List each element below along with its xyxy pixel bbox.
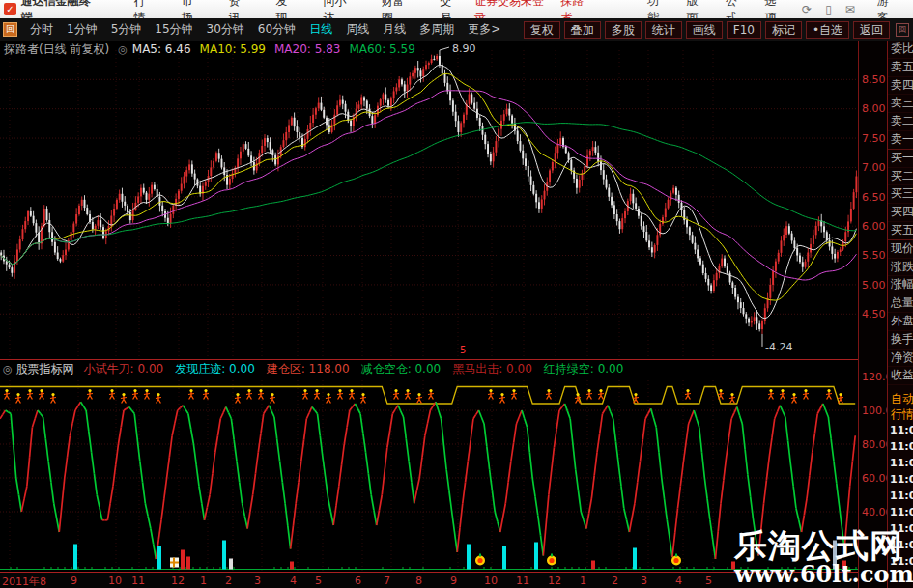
person-icon — [337, 389, 343, 400]
person-icon — [838, 393, 843, 404]
quote-panel[interactable]: 委比卖五卖四卖三卖二卖一买一买二买三买四买五现价涨跌涨幅总量外盘换手净资收益 自… — [887, 41, 913, 588]
tool-button-6[interactable]: 标记 — [765, 21, 802, 39]
period-item-60分钟[interactable]: 60分钟 — [258, 21, 296, 38]
quote-label-3[interactable]: 卖三 — [888, 95, 913, 113]
period-item-月线[interactable]: 月线 — [383, 21, 406, 38]
candlestick-chart[interactable]: 8.90-4.245 — [0, 41, 858, 359]
chart-title[interactable]: 探路者(日线 前复权) — [4, 42, 109, 58]
quote-label-11[interactable]: 现价 — [888, 240, 913, 259]
quote-label-4[interactable]: 卖二 — [888, 113, 913, 131]
chevron-down-icon[interactable]: ◎ — [118, 43, 128, 56]
person-icon — [575, 393, 581, 404]
tool-button-3[interactable]: 统计 — [645, 21, 682, 39]
mini-window-icon[interactable]: 回 — [896, 23, 909, 37]
quote-label-14[interactable]: 总量 — [888, 294, 913, 313]
feed-timestamp[interactable]: 11:02 — [888, 455, 913, 471]
period-item-日线[interactable]: 日线 — [309, 21, 332, 38]
period-item-更多>[interactable]: 更多> — [468, 21, 500, 38]
person-icon — [685, 389, 691, 400]
quote-label-9[interactable]: 买四 — [888, 204, 913, 222]
time-axis-label: 2 — [612, 574, 618, 587]
tool-button-4[interactable]: 画线 — [686, 21, 723, 39]
period-item-15分钟[interactable]: 15分钟 — [155, 21, 192, 38]
quote-label-5[interactable]: 卖一 — [888, 131, 913, 150]
quote-label-15[interactable]: 外盘 — [888, 313, 913, 331]
price-tick: 6.50 — [862, 191, 886, 204]
person-icon — [235, 393, 241, 404]
titlebar-icons: ⟳▯✉ — [795, 3, 862, 16]
feed-timestamp[interactable]: 11:02 — [888, 438, 913, 455]
tool-button-1[interactable]: 叠加 — [564, 21, 601, 39]
quote-rows: 委比卖五卖四卖三卖二卖一买一买二买三买四买五现价涨跌涨幅总量外盘换手净资收益 — [888, 41, 913, 385]
period-item-1分钟[interactable]: 1分钟 — [67, 21, 98, 38]
person-icon — [598, 389, 604, 400]
feed-timestamp[interactable]: 11:08 — [888, 537, 913, 553]
feed-timestamp[interactable]: 11:08 — [888, 520, 913, 537]
person-icon — [803, 389, 809, 400]
time-axis-label: 5 — [705, 574, 712, 587]
quote-label-16[interactable]: 换手 — [888, 331, 913, 350]
indicator-name[interactable]: 股票指标网 — [16, 361, 74, 378]
quote-label-6[interactable]: 买一 — [888, 150, 913, 168]
person-icon — [428, 389, 434, 400]
person-icon — [314, 389, 320, 400]
quote-label-12[interactable]: 涨跌 — [888, 259, 913, 277]
quote-label-8[interactable]: 买三 — [888, 185, 913, 204]
person-icon — [718, 389, 724, 400]
main-chart-pane[interactable]: 8.90-4.245 — [0, 41, 858, 359]
tool-button-7[interactable]: •自选 — [806, 21, 849, 39]
indicator-chart[interactable] — [0, 377, 858, 572]
period-item-周线[interactable]: 周线 — [346, 21, 369, 38]
quote-label-18[interactable]: 收益 — [888, 367, 913, 385]
person-icon — [326, 393, 331, 404]
period-item-多周期[interactable]: 多周期 — [419, 21, 454, 38]
indicator-pane[interactable] — [0, 377, 858, 572]
feed-tab-1[interactable]: 行情 — [888, 406, 913, 422]
indicator-dropdown-icon[interactable]: ◎ — [3, 363, 13, 376]
time-axis-label: 1 — [200, 574, 207, 587]
ma-label-2: MA20: 5.83 — [274, 42, 340, 56]
period-item-分时[interactable]: 分时 — [30, 21, 53, 38]
price-tick: 4.50 — [862, 308, 886, 321]
price-tick: 5.50 — [862, 249, 886, 262]
quote-label-13[interactable]: 涨幅 — [888, 276, 913, 294]
time-axis[interactable]: 2011年8910111212345678910111212345 — [0, 572, 858, 588]
quote-label-1[interactable]: 卖五 — [888, 59, 913, 77]
ma-label-0: MA5: 6.46 — [132, 42, 191, 56]
tool-button-0[interactable]: 复权 — [524, 21, 560, 39]
quote-label-7[interactable]: 买二 — [888, 168, 913, 186]
person-icon — [302, 389, 308, 400]
person-icon — [360, 393, 366, 404]
indicator-header: ◎ 股票指标网 小试牛刀: 0.00发现庄迹: 0.00建仓区: 118.00减… — [0, 359, 858, 378]
feed-timestamp[interactable]: 11:02 — [888, 488, 913, 504]
person-icon — [156, 393, 161, 404]
person-icon — [768, 389, 774, 400]
feed-timestamp[interactable]: 11:08 — [888, 504, 913, 520]
quote-label-10[interactable]: 买五 — [888, 222, 913, 240]
quote-label-0[interactable]: 委比 — [888, 41, 913, 59]
time-axis-label: 9 — [71, 574, 77, 587]
feed-tab-0[interactable]: 自动 — [888, 391, 913, 406]
phone-icon[interactable]: ▯ — [825, 3, 832, 16]
feed-timestamp[interactable]: 11:02 — [888, 422, 913, 438]
stock-pick-icon[interactable]: 回 — [3, 22, 17, 37]
refresh-icon[interactable]: ⟳ — [802, 3, 812, 16]
person-icon — [633, 393, 639, 404]
time-axis-label: 1 — [580, 574, 586, 587]
tool-button-2[interactable]: 多股 — [605, 21, 642, 39]
gift-icon — [170, 558, 179, 568]
tool-button-8[interactable]: 返回 — [853, 21, 890, 39]
period-item-30分钟[interactable]: 30分钟 — [207, 21, 244, 38]
quote-label-2[interactable]: 卖四 — [888, 77, 913, 96]
tool-button-5[interactable]: F10 — [727, 21, 761, 39]
feed-timestamp[interactable]: 11:02 — [888, 471, 913, 488]
quote-label-17[interactable]: 净资 — [888, 350, 913, 368]
mail-icon[interactable]: ✉ — [845, 3, 855, 16]
person-icon — [87, 389, 93, 400]
period-item-5分钟[interactable]: 5分钟 — [111, 21, 142, 38]
time-axis-label: 3 — [641, 574, 647, 587]
time-axis-label: 10 — [108, 574, 122, 587]
app-logo-icon[interactable]: ✓ — [4, 3, 16, 15]
feed-timestamp[interactable]: 11:08 — [888, 553, 913, 570]
person-icon — [121, 393, 127, 404]
